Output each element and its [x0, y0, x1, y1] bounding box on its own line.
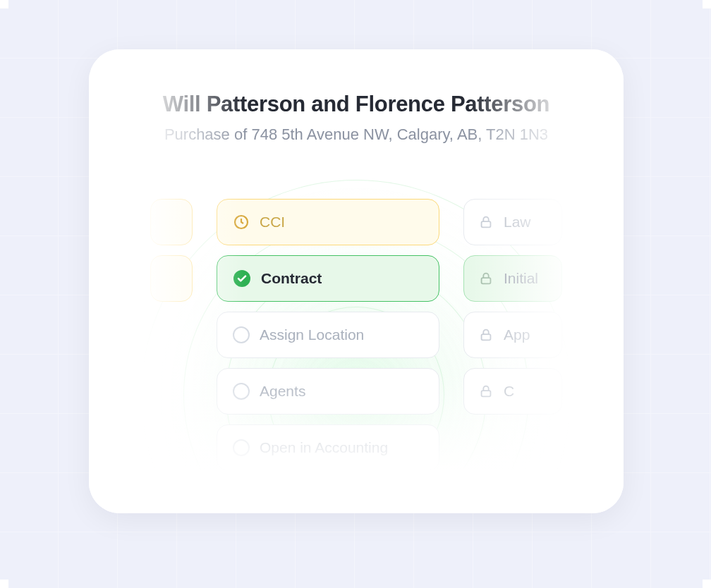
corner-cut: [0, 580, 8, 588]
left-pending-box-2[interactable]: [150, 255, 193, 302]
svg-rect-3: [482, 278, 491, 283]
right-column: Law Initial: [463, 199, 562, 471]
task-right-4[interactable]: C: [463, 368, 562, 415]
task-agents[interactable]: Agents: [217, 368, 439, 415]
card-header: Will Patterson and Florence Patterson Pu…: [89, 49, 624, 158]
task-label: CCI: [260, 214, 285, 231]
deal-title: Will Patterson and Florence Patterson: [145, 92, 567, 117]
lock-icon: [478, 327, 494, 343]
task-cci[interactable]: CCI: [217, 199, 439, 245]
task-label: C: [504, 383, 514, 400]
circle-icon: [233, 439, 250, 456]
left-column: [150, 199, 193, 471]
svg-rect-4: [482, 334, 491, 340]
clock-icon: [233, 214, 250, 231]
lock-icon: [478, 271, 494, 286]
task-label: Assign Location: [260, 326, 364, 343]
corner-cut: [703, 0, 711, 8]
task-label: Open in Accounting: [260, 439, 388, 456]
task-label: Law: [504, 214, 531, 231]
corner-cut: [0, 0, 8, 8]
task-initial[interactable]: Initial: [463, 255, 562, 302]
task-app[interactable]: App: [463, 312, 562, 358]
deal-subtitle: Purchase of 748 5th Avenue NW, Calgary, …: [145, 125, 567, 144]
task-open-accounting[interactable]: Open in Accounting: [217, 424, 439, 471]
task-contract[interactable]: Contract: [217, 255, 439, 302]
task-assign-location[interactable]: Assign Location: [217, 312, 439, 358]
lock-icon: [478, 384, 494, 399]
left-pending-box-1[interactable]: [150, 199, 193, 245]
center-column: CCI Contract Assign Location: [217, 199, 439, 471]
task-label: Contract: [261, 270, 322, 287]
task-law[interactable]: Law: [463, 199, 562, 245]
task-label: Initial: [504, 270, 538, 287]
svg-rect-5: [482, 391, 491, 396]
svg-rect-2: [482, 221, 491, 227]
corner-cut: [703, 580, 711, 588]
task-columns: CCI Contract Assign Location: [89, 199, 624, 471]
task-label: App: [504, 326, 530, 343]
circle-icon: [233, 383, 250, 400]
check-icon: [233, 269, 251, 288]
task-label: Agents: [260, 383, 305, 400]
lock-icon: [478, 214, 494, 230]
deal-card: Will Patterson and Florence Patterson Pu…: [89, 49, 624, 513]
circle-icon: [233, 326, 250, 343]
